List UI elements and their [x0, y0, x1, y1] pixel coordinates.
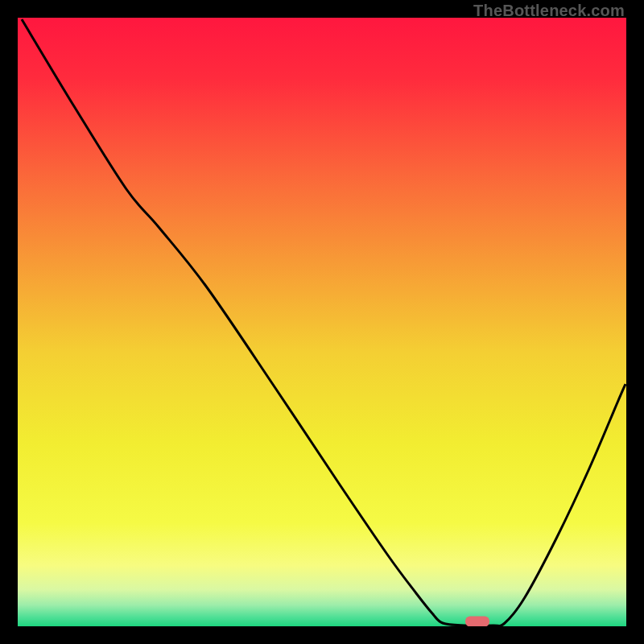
chart-frame — [18, 18, 626, 626]
chart-background-gradient — [18, 18, 626, 626]
bottleneck-chart — [18, 18, 626, 626]
optimal-point-marker — [465, 617, 489, 627]
